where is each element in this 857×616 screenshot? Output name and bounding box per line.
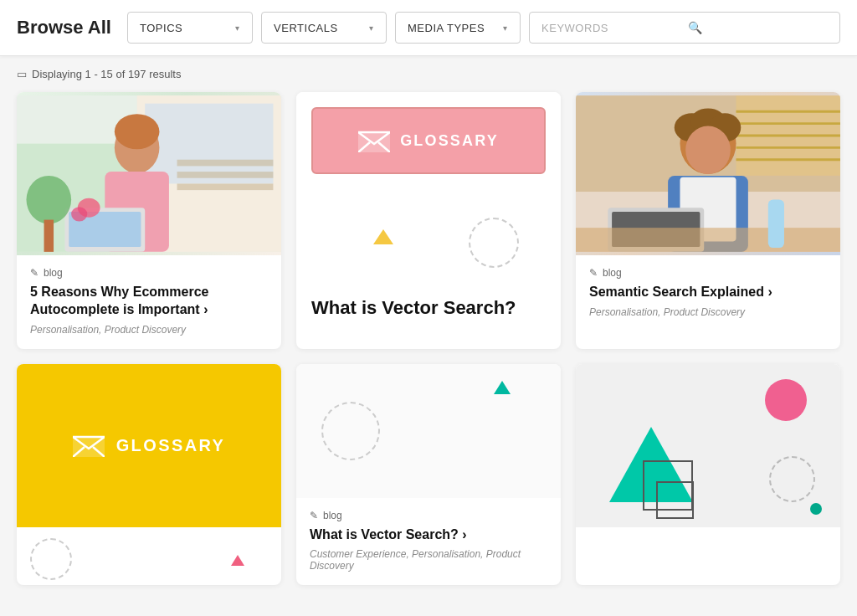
media-types-dropdown[interactable]: MEDIA TYPES ▾ <box>395 12 521 44</box>
vector-card-top: GLOSSARY <box>296 92 561 285</box>
geo-circle-pink <box>765 379 807 421</box>
card-image-3 <box>576 92 840 255</box>
svg-point-15 <box>71 207 87 221</box>
svg-rect-6 <box>177 183 274 190</box>
page-header: Browse All TOPICS ▾ VERTICALS ▾ MEDIA TY… <box>0 0 857 56</box>
card-blog-semantic: ✎ blog Semantic Search Explained › Perso… <box>576 92 840 349</box>
glossary-card-bottom <box>17 527 281 574</box>
media-types-label: MEDIA TYPES <box>408 22 485 34</box>
card-title-5[interactable]: What is Vector Search? › <box>310 526 547 544</box>
card-title-link-5[interactable]: What is Vector Search? › <box>310 527 467 542</box>
edit-icon-1: ✎ <box>30 267 38 279</box>
glossary-banner-pink: GLOSSARY <box>311 107 546 174</box>
svg-rect-13 <box>44 220 54 252</box>
geo-square-outline2 <box>656 481 694 519</box>
deco-circle-dashed-2 <box>321 402 380 460</box>
card-type-label-5: blog <box>323 510 342 521</box>
filter-bar: TOPICS ▾ VERTICALS ▾ MEDIA TYPES ▾ KEYWO… <box>127 12 840 44</box>
deco-circle-dashed <box>469 218 519 268</box>
card-type-1: ✎ blog <box>30 267 268 279</box>
small-vector-card-top <box>296 364 561 498</box>
vector-card-title[interactable]: What is Vector Search? <box>311 296 546 320</box>
deco-arc-left <box>30 538 72 580</box>
card-type-label-3: blog <box>603 267 622 279</box>
card-image-1 <box>17 92 281 255</box>
svg-rect-35 <box>576 228 840 252</box>
results-bar: ▭ Displaying 1 - 15 of 197 results <box>0 56 857 92</box>
topics-label: TOPICS <box>140 22 182 34</box>
card-meta-5: Customer Experience, Personalisation, Pr… <box>310 548 547 572</box>
verticals-chevron-icon: ▾ <box>369 23 374 33</box>
card-meta-3: Personalisation, Product Discovery <box>589 306 827 318</box>
card-body-5: ✎ blog What is Vector Search? › Customer… <box>296 498 561 586</box>
glossary-icon-pink <box>358 129 390 152</box>
glossary-label-pink: GLOSSARY <box>400 132 499 150</box>
content-area: ✎ blog 5 Reasons Why Ecommerce Autocompl… <box>0 92 857 602</box>
person-photo-2 <box>576 92 840 255</box>
person-photo-1 <box>17 92 281 255</box>
verticals-dropdown[interactable]: VERTICALS ▾ <box>261 12 387 44</box>
vector-card-body: What is Vector Search? <box>296 285 561 335</box>
glossary-banner-yellow: GLOSSARY <box>17 364 281 527</box>
edit-icon-3: ✎ <box>589 267 598 279</box>
card-type-label-1: blog <box>44 267 63 279</box>
verticals-label: VERTICALS <box>274 22 338 34</box>
keywords-label: KEYWORDS <box>541 22 681 34</box>
results-count: Displaying 1 - 15 of 197 results <box>32 68 181 80</box>
geo-card-top <box>576 364 840 527</box>
card-meta-1: Personalisation, Product Discovery <box>30 324 268 336</box>
card-type-3: ✎ blog <box>589 267 827 279</box>
card-type-5: ✎ blog <box>310 510 547 521</box>
card-blog-autocomplete: ✎ blog 5 Reasons Why Ecommerce Autocompl… <box>17 92 281 349</box>
page-title: Browse All <box>17 17 117 38</box>
card-body-3: ✎ blog Semantic Search Explained › Perso… <box>576 255 840 331</box>
glossary-icon-yellow <box>73 434 105 457</box>
card-title-link-1[interactable]: 5 Reasons Why Ecommerce Autocomplete is … <box>30 285 208 316</box>
card-glossary-yellow: GLOSSARY <box>17 364 281 586</box>
svg-point-12 <box>26 176 71 223</box>
media-types-chevron-icon: ▾ <box>503 23 508 33</box>
svg-rect-5 <box>177 172 274 178</box>
geo-dot-teal <box>810 503 822 515</box>
keywords-input[interactable]: KEYWORDS 🔍 <box>529 12 840 44</box>
svg-rect-36 <box>768 200 784 248</box>
grid-icon: ▭ <box>17 68 27 80</box>
svg-point-30 <box>685 126 731 174</box>
card-title-3[interactable]: Semantic Search Explained › <box>589 284 827 301</box>
edit-icon-5: ✎ <box>310 510 318 521</box>
card-geometric <box>576 364 840 586</box>
topics-chevron-icon: ▾ <box>235 23 240 33</box>
topics-dropdown[interactable]: TOPICS ▾ <box>127 12 253 44</box>
geo-circle-dashed-3 <box>769 456 815 502</box>
search-icon: 🔍 <box>688 21 828 34</box>
deco-triangle-yellow <box>373 229 393 244</box>
glossary-label-yellow: GLOSSARY <box>116 436 226 455</box>
card-title-link-3[interactable]: Semantic Search Explained › <box>589 285 772 299</box>
glossary-decorations <box>30 537 268 567</box>
card-vector-search-large: GLOSSARY What is Vector Search? <box>296 92 561 349</box>
svg-point-8 <box>115 114 160 149</box>
deco-triangle-pink-sm <box>231 555 244 566</box>
card-grid: ✎ blog 5 Reasons Why Ecommerce Autocompl… <box>17 92 840 585</box>
card-body-1: ✎ blog 5 Reasons Why Ecommerce Autocompl… <box>17 255 281 349</box>
svg-rect-4 <box>177 160 274 167</box>
card-title-1[interactable]: 5 Reasons Why Ecommerce Autocomplete is … <box>30 284 268 319</box>
deco-triangle-teal <box>494 381 511 394</box>
card-blog-vector-small: ✎ blog What is Vector Search? › Customer… <box>296 364 561 586</box>
